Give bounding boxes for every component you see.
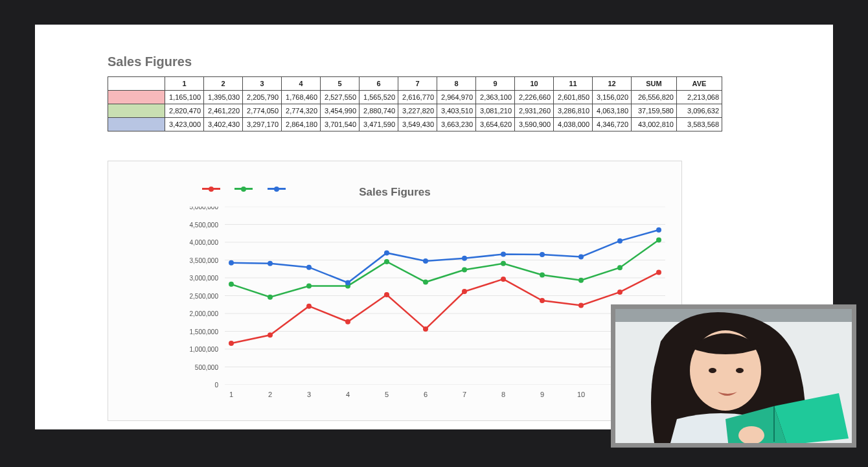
header-cell: 12	[593, 77, 632, 91]
data-cell: 2,226,660	[515, 91, 554, 104]
data-cell: 2,205,790	[243, 91, 282, 104]
header-cell: 10	[515, 77, 554, 91]
row-color-cell	[108, 91, 165, 104]
data-cell: 3,156,020	[593, 91, 632, 104]
svg-point-31	[540, 273, 545, 278]
data-cell: 3,402,430	[204, 118, 243, 131]
y-tick-label: 5,000,000	[190, 207, 219, 211]
data-cell: 2,601,850	[554, 91, 593, 104]
header-cell: 9	[476, 77, 515, 91]
header-cell: 11	[554, 77, 593, 91]
x-tick-label: 6	[424, 391, 428, 398]
data-cell: 3,081,210	[476, 104, 515, 118]
data-cell: 1,565,520	[360, 91, 398, 104]
x-tick-label: 10	[577, 391, 585, 398]
svg-point-14	[345, 319, 350, 325]
data-cell: 2,864,180	[282, 118, 321, 131]
data-cell: 1,768,460	[282, 91, 321, 104]
x-tick-label: 1	[229, 391, 233, 398]
data-cell: 2,616,770	[398, 91, 437, 104]
y-tick-label: 4,000,000	[190, 239, 219, 246]
data-cell: 2,213,068	[677, 91, 722, 104]
presenter-webcam[interactable]	[611, 304, 856, 448]
header-cell	[108, 77, 165, 91]
chart-title: Sales Figures	[108, 186, 681, 199]
svg-point-15	[384, 292, 389, 297]
data-cell: 4,346,720	[593, 118, 632, 131]
svg-point-13	[306, 304, 312, 309]
y-tick-label: 1,500,000	[190, 328, 219, 336]
x-tick-label: 2	[268, 391, 272, 398]
data-cell: 2,931,260	[515, 104, 554, 118]
x-axis-labels: 1234567891011	[225, 388, 665, 401]
svg-point-22	[656, 269, 661, 275]
y-tick-label: 3,500,000	[190, 257, 219, 264]
svg-point-40	[423, 258, 428, 264]
data-cell: 3,701,540	[321, 118, 360, 131]
svg-point-36	[268, 261, 273, 266]
data-cell: 43,002,810	[632, 118, 677, 131]
y-tick-label: 2,500,000	[190, 293, 219, 300]
data-cell: 3,403,510	[437, 104, 476, 118]
header-cell: 6	[360, 77, 398, 91]
data-cell: 1,165,100	[165, 91, 204, 104]
svg-point-32	[578, 278, 584, 283]
data-cell: 2,461,220	[204, 104, 243, 118]
svg-point-25	[306, 283, 312, 288]
svg-point-16	[423, 326, 428, 332]
data-cell: 4,063,180	[593, 104, 632, 118]
header-cell: 3	[243, 77, 282, 91]
page-title: Sales Figures	[108, 54, 192, 69]
data-cell: 2,363,100	[476, 91, 515, 104]
svg-point-35	[229, 260, 234, 266]
data-cell: 3,590,900	[515, 118, 554, 131]
table-header-row: 1 2 3 4 5 6 7 8 9 10 11 12 SUM AVE	[108, 77, 722, 91]
svg-point-19	[540, 298, 545, 303]
x-tick-label: 7	[463, 391, 466, 398]
svg-point-24	[268, 295, 273, 300]
data-cell: 3,549,430	[398, 118, 437, 131]
y-tick-label: 500,000	[195, 364, 219, 371]
data-cell: 2,774,050	[243, 104, 282, 118]
data-cell: 26,556,820	[632, 91, 677, 104]
svg-point-21	[617, 290, 622, 295]
svg-point-43	[540, 252, 545, 257]
svg-point-45	[617, 238, 622, 244]
svg-point-20	[578, 303, 584, 308]
y-tick-label: 3,000,000	[190, 275, 219, 282]
data-cell: 2,880,740	[360, 104, 398, 118]
y-axis-labels: 0500,0001,000,0001,500,0002,000,0002,500…	[179, 207, 225, 391]
svg-point-29	[462, 267, 467, 272]
svg-point-38	[345, 280, 350, 285]
svg-point-39	[384, 250, 389, 255]
x-tick-label: 9	[540, 391, 544, 398]
data-cell: 3,227,820	[398, 104, 437, 118]
svg-point-37	[306, 265, 312, 270]
svg-point-30	[501, 261, 506, 266]
y-tick-label: 1,000,000	[190, 346, 219, 353]
svg-point-11	[229, 341, 234, 346]
data-cell: 2,774,320	[282, 104, 321, 118]
row-color-cell	[108, 118, 165, 131]
sales-chart: Sales Figures 0500,0001,000,0001,500,000…	[108, 161, 682, 421]
svg-point-46	[656, 227, 661, 233]
row-color-cell	[108, 104, 165, 118]
data-cell: 3,654,620	[476, 118, 515, 131]
data-cell: 3,423,000	[165, 118, 204, 131]
data-cell: 3,663,230	[437, 118, 476, 131]
y-tick-label: 2,000,000	[190, 310, 219, 317]
svg-point-17	[462, 289, 467, 294]
data-cell: 2,527,550	[321, 91, 360, 104]
data-cell: 3,583,568	[677, 118, 722, 131]
svg-point-23	[229, 282, 234, 287]
svg-point-34	[656, 238, 661, 243]
sales-table: 1 2 3 4 5 6 7 8 9 10 11 12 SUM AVE 1,165…	[108, 76, 722, 131]
svg-point-12	[268, 332, 273, 337]
data-cell: 3,096,632	[677, 104, 722, 118]
y-tick-label: 4,500,000	[190, 222, 219, 229]
chart-plot	[225, 207, 665, 385]
data-cell: 3,454,990	[321, 104, 360, 118]
table-row: 1,165,1001,395,0302,205,7901,768,4602,52…	[108, 91, 722, 104]
data-cell: 4,038,000	[554, 118, 593, 131]
header-cell: 5	[321, 77, 360, 91]
